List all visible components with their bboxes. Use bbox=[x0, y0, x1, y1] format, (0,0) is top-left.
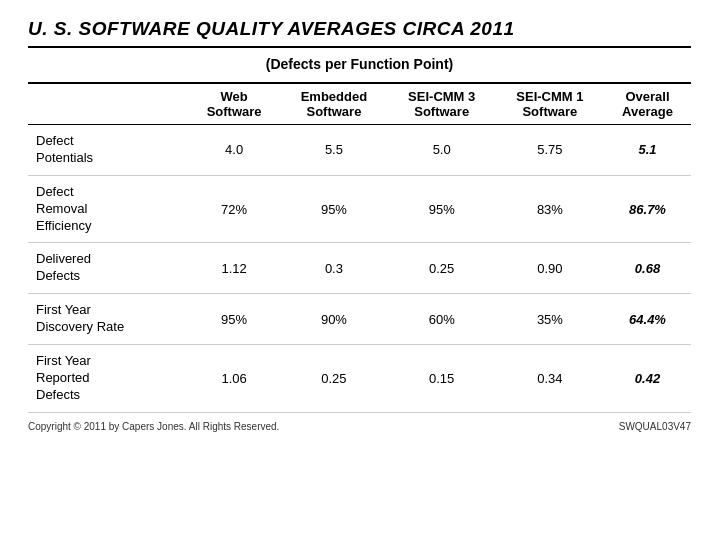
cell-defect-removal-cmm1: 83% bbox=[496, 175, 604, 243]
row-label-first-year-discovery: First YearDiscovery Rate bbox=[28, 294, 188, 345]
row-label-delivered-defects: DeliveredDefects bbox=[28, 243, 188, 294]
table-row: First YearDiscovery Rate 95% 90% 60% 35%… bbox=[28, 294, 691, 345]
cell-defect-removal-cmm3: 95% bbox=[388, 175, 496, 243]
cell-reported-cmm3: 0.15 bbox=[388, 345, 496, 413]
table-row: DefectPotentials 4.0 5.5 5.0 5.75 5.1 bbox=[28, 125, 691, 176]
row-label-defect-removal: DefectRemovalEfficiency bbox=[28, 175, 188, 243]
cell-defect-removal-overall: 86.7% bbox=[604, 175, 691, 243]
cell-defect-potentials-embedded: 5.5 bbox=[280, 125, 387, 176]
cell-reported-cmm1: 0.34 bbox=[496, 345, 604, 413]
cell-delivered-web: 1.12 bbox=[188, 243, 280, 294]
table-row: DeliveredDefects 1.12 0.3 0.25 0.90 0.68 bbox=[28, 243, 691, 294]
cell-delivered-embedded: 0.3 bbox=[280, 243, 387, 294]
main-table: WebSoftware EmbeddedSoftware SEI-CMM 3So… bbox=[28, 82, 691, 432]
col-header-empty bbox=[28, 83, 188, 125]
cell-defect-removal-embedded: 95% bbox=[280, 175, 387, 243]
cell-discovery-cmm3: 60% bbox=[388, 294, 496, 345]
cell-defect-removal-web: 72% bbox=[188, 175, 280, 243]
row-label-defect-potentials: DefectPotentials bbox=[28, 125, 188, 176]
footer-version: SWQUAL03V47 bbox=[496, 412, 691, 432]
cell-discovery-cmm1: 35% bbox=[496, 294, 604, 345]
cell-discovery-web: 95% bbox=[188, 294, 280, 345]
row-label-first-year-reported: First YearReportedDefects bbox=[28, 345, 188, 413]
footer-copyright: Copyright © 2011 by Capers Jones. All Ri… bbox=[28, 412, 496, 432]
cell-discovery-overall: 64.4% bbox=[604, 294, 691, 345]
cell-discovery-embedded: 90% bbox=[280, 294, 387, 345]
col-header-cmm3: SEI-CMM 3Software bbox=[388, 83, 496, 125]
col-header-embedded: EmbeddedSoftware bbox=[280, 83, 387, 125]
cell-defect-potentials-overall: 5.1 bbox=[604, 125, 691, 176]
col-header-cmm1: SEI-CMM 1Software bbox=[496, 83, 604, 125]
cell-delivered-overall: 0.68 bbox=[604, 243, 691, 294]
cell-reported-embedded: 0.25 bbox=[280, 345, 387, 413]
col-header-overall: OverallAverage bbox=[604, 83, 691, 125]
cell-delivered-cmm3: 0.25 bbox=[388, 243, 496, 294]
cell-reported-overall: 0.42 bbox=[604, 345, 691, 413]
cell-defect-potentials-web: 4.0 bbox=[188, 125, 280, 176]
cell-defect-potentials-cmm3: 5.0 bbox=[388, 125, 496, 176]
col-header-web: WebSoftware bbox=[188, 83, 280, 125]
page-title: U. S. SOFTWARE QUALITY AVERAGES CIRCA 20… bbox=[28, 18, 691, 40]
subtitle: (Defects per Function Point) bbox=[28, 56, 691, 72]
page-container: U. S. SOFTWARE QUALITY AVERAGES CIRCA 20… bbox=[0, 0, 719, 539]
cell-reported-web: 1.06 bbox=[188, 345, 280, 413]
cell-delivered-cmm1: 0.90 bbox=[496, 243, 604, 294]
title-divider bbox=[28, 46, 691, 48]
cell-defect-potentials-cmm1: 5.75 bbox=[496, 125, 604, 176]
table-row: DefectRemovalEfficiency 72% 95% 95% 83% … bbox=[28, 175, 691, 243]
table-row: First YearReportedDefects 1.06 0.25 0.15… bbox=[28, 345, 691, 413]
